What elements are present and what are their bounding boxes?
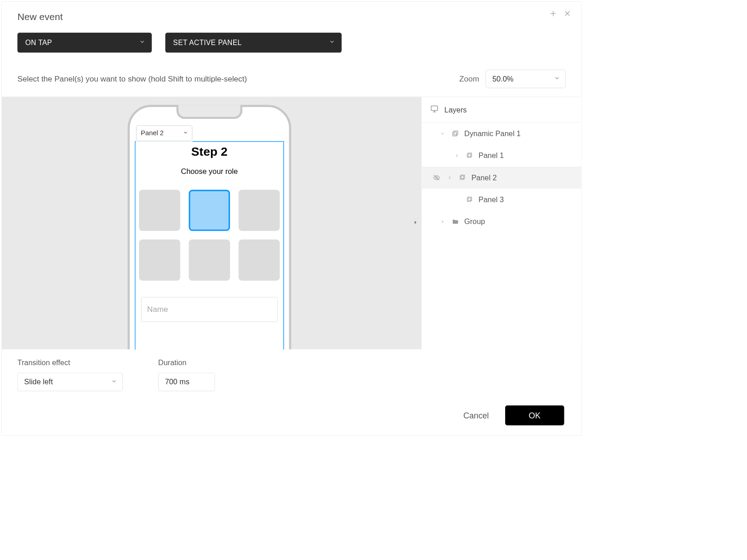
layers-header: Layers bbox=[422, 97, 581, 122]
svg-rect-15 bbox=[460, 176, 464, 179]
chevron-down-icon bbox=[554, 75, 560, 83]
zoom-select[interactable]: 50.0% bbox=[486, 70, 566, 88]
step-subtitle: Choose your role bbox=[135, 167, 283, 176]
chevron-down-icon[interactable] bbox=[439, 131, 446, 136]
layer-row-panel-2[interactable]: Panel 2 bbox=[422, 167, 581, 188]
transition-select[interactable]: Slide left bbox=[17, 373, 123, 392]
layer-name: Panel 2 bbox=[471, 173, 497, 182]
action-select-value: SET ACTIVE PANEL bbox=[173, 39, 242, 47]
chevron-down-icon bbox=[139, 39, 145, 47]
chevron-right-icon[interactable] bbox=[446, 175, 454, 180]
collapse-panel-icon[interactable] bbox=[413, 219, 418, 227]
svg-rect-10 bbox=[468, 153, 472, 157]
svg-rect-8 bbox=[454, 131, 458, 135]
chevron-down-icon bbox=[111, 378, 118, 387]
chevron-down-icon bbox=[183, 129, 188, 137]
action-select[interactable]: SET ACTIVE PANEL bbox=[165, 33, 342, 53]
plus-icon[interactable] bbox=[549, 10, 557, 17]
duration-input[interactable]: 700 ms bbox=[158, 373, 215, 392]
layer-name: Dynamic Panel 1 bbox=[464, 129, 521, 138]
step-title: Step 2 bbox=[135, 145, 283, 158]
svg-rect-14 bbox=[461, 175, 465, 178]
duration-label: Duration bbox=[158, 359, 215, 367]
device-notch bbox=[176, 105, 242, 119]
role-tile[interactable] bbox=[239, 239, 280, 281]
device-frame: Panel 2 Step 2 Choose your role bbox=[128, 105, 291, 349]
layer-row-dynamic-panel[interactable]: Dynamic Panel 1 bbox=[422, 122, 581, 144]
svg-rect-17 bbox=[467, 198, 471, 202]
dialog-header: New event bbox=[2, 2, 581, 26]
layers-list: Dynamic Panel 1 Panel 1 bbox=[422, 122, 581, 233]
preview-canvas[interactable]: Panel 2 Step 2 Choose your role bbox=[2, 97, 421, 349]
panel-picker[interactable]: Panel 2 bbox=[136, 126, 192, 141]
monitor-icon bbox=[430, 104, 439, 115]
role-tile-selected[interactable] bbox=[189, 190, 230, 231]
ok-button[interactable]: OK bbox=[505, 406, 564, 426]
instruction-text: Select the Panel(s) you want to show (ho… bbox=[17, 74, 247, 83]
folder-icon bbox=[451, 218, 460, 225]
chevron-down-icon bbox=[329, 39, 335, 47]
role-tile[interactable] bbox=[139, 190, 180, 231]
layers-title: Layers bbox=[445, 105, 467, 114]
role-grid bbox=[139, 190, 280, 281]
layer-name: Panel 1 bbox=[479, 151, 504, 160]
zoom-select-value: 50.0% bbox=[492, 75, 513, 83]
new-event-dialog: New event ON TAP SET ACTIVE PANEL Select… bbox=[1, 1, 582, 436]
layer-row-panel-3[interactable]: Panel 3 bbox=[422, 188, 581, 210]
panel-picker-value: Panel 2 bbox=[141, 129, 164, 137]
trigger-select-value: ON TAP bbox=[25, 39, 52, 47]
trigger-select[interactable]: ON TAP bbox=[17, 33, 152, 53]
transition-label: Transition effect bbox=[17, 359, 123, 367]
event-options: Transition effect Slide left Duration 70… bbox=[2, 349, 581, 391]
layer-row-panel-1[interactable]: Panel 1 bbox=[422, 145, 581, 167]
svg-rect-11 bbox=[467, 154, 471, 158]
zoom-label: Zoom bbox=[459, 74, 479, 83]
name-input-placeholder: Name bbox=[147, 305, 168, 314]
chevron-right-icon[interactable] bbox=[453, 153, 460, 158]
panel-icon bbox=[465, 152, 474, 159]
dynamic-panel-icon bbox=[451, 130, 460, 137]
panel-icon bbox=[458, 174, 467, 181]
panel-icon bbox=[465, 196, 474, 204]
svg-rect-16 bbox=[468, 197, 472, 201]
dialog-title: New event bbox=[17, 12, 567, 23]
duration-input-value: 700 ms bbox=[165, 378, 189, 387]
hidden-icon[interactable] bbox=[432, 174, 442, 181]
dialog-actions: Cancel OK bbox=[2, 391, 581, 435]
cancel-button[interactable]: Cancel bbox=[460, 408, 492, 423]
name-input[interactable]: Name bbox=[141, 297, 278, 322]
layers-panel: Layers Dynamic Panel 1 bbox=[421, 97, 581, 349]
close-icon[interactable] bbox=[563, 10, 571, 17]
layer-name: Panel 3 bbox=[479, 195, 504, 204]
selected-panel-frame[interactable]: Step 2 Choose your role Name bbox=[135, 141, 284, 349]
role-tile[interactable] bbox=[189, 239, 230, 281]
layer-row-group[interactable]: Group bbox=[422, 211, 581, 233]
chevron-right-icon[interactable] bbox=[439, 219, 446, 224]
svg-rect-5 bbox=[431, 106, 438, 111]
transition-select-value: Slide left bbox=[24, 378, 53, 387]
role-tile[interactable] bbox=[139, 239, 180, 281]
svg-marker-4 bbox=[414, 221, 416, 224]
layer-name: Group bbox=[464, 218, 485, 226]
role-tile[interactable] bbox=[239, 190, 280, 231]
svg-rect-9 bbox=[453, 132, 456, 136]
